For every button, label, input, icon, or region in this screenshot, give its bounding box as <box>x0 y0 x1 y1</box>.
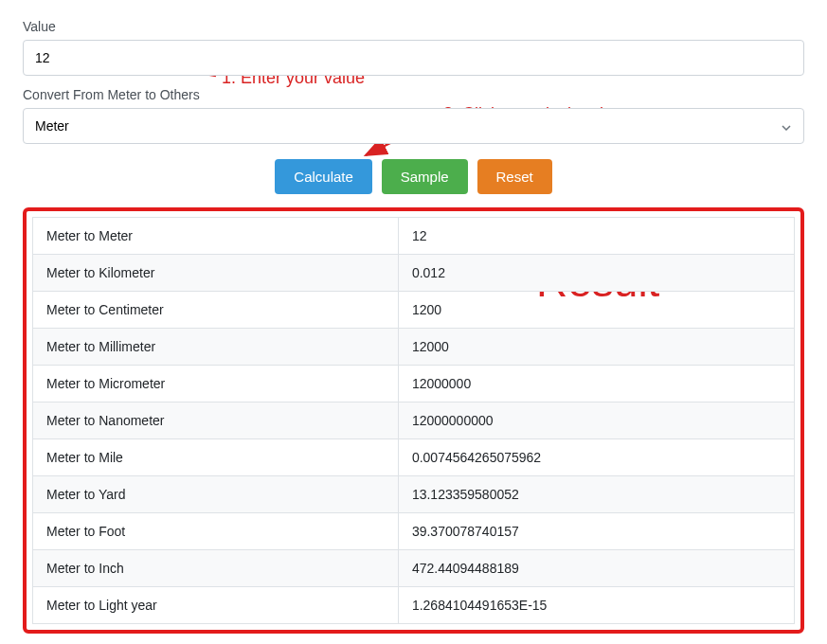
conversion-label: Meter to Meter <box>33 218 399 255</box>
table-row: Meter to Micrometer12000000 <box>33 366 795 402</box>
conversion-value: 13.123359580052 <box>398 476 794 513</box>
value-group: Value <box>23 19 804 76</box>
table-row: Meter to Foot39.370078740157 <box>33 513 795 550</box>
table-row: Meter to Yard13.123359580052 <box>33 476 795 513</box>
conversion-label: Meter to Centimeter <box>33 292 399 329</box>
conversion-label: Meter to Millimeter <box>33 329 399 366</box>
conversion-label: Meter to Foot <box>33 513 399 550</box>
conversion-label: Meter to Light year <box>33 587 399 624</box>
conversion-value: 12000 <box>398 329 794 366</box>
conversion-value: 12000000 <box>398 366 794 402</box>
convert-from-group: Convert From Meter to Others Meter <box>23 87 804 144</box>
conversion-value: 1200 <box>398 292 794 329</box>
result-box: Meter to Meter12Meter to Kilometer0.012M… <box>23 207 804 634</box>
table-row: Meter to Kilometer0.012 <box>33 255 795 292</box>
unit-select[interactable]: Meter <box>23 108 804 144</box>
table-row: Meter to Millimeter12000 <box>33 329 795 366</box>
table-row: Meter to Mile0.0074564265075962 <box>33 439 795 476</box>
table-row: Meter to Nanometer12000000000 <box>33 402 795 439</box>
sample-button[interactable]: Sample <box>382 159 468 194</box>
conversion-label: Meter to Yard <box>33 476 399 513</box>
conversion-label: Meter to Micrometer <box>33 366 399 402</box>
conversion-value: 472.44094488189 <box>398 550 794 587</box>
conversion-label: Meter to Kilometer <box>33 255 399 292</box>
convert-from-label: Convert From Meter to Others <box>23 87 804 102</box>
value-input[interactable] <box>23 40 804 76</box>
table-row: Meter to Centimeter1200 <box>33 292 795 329</box>
calculate-button[interactable]: Calculate <box>275 159 372 194</box>
conversion-value: 0.0074564265075962 <box>398 439 794 476</box>
conversion-value: 12000000000 <box>398 402 794 439</box>
conversion-label: Meter to Nanometer <box>33 402 399 439</box>
result-table: Meter to Meter12Meter to Kilometer0.012M… <box>32 217 795 624</box>
button-row: Calculate Sample Reset <box>23 159 804 194</box>
conversion-value: 0.012 <box>398 255 794 292</box>
conversion-value: 12 <box>398 218 794 255</box>
table-row: Meter to Inch472.44094488189 <box>33 550 795 587</box>
conversion-value: 39.370078740157 <box>398 513 794 550</box>
conversion-value: 1.2684104491653E-15 <box>398 587 794 624</box>
conversion-label: Meter to Inch <box>33 550 399 587</box>
value-label: Value <box>23 19 804 34</box>
conversion-label: Meter to Mile <box>33 439 399 476</box>
table-row: Meter to Meter12 <box>33 218 795 255</box>
table-row: Meter to Light year1.2684104491653E-15 <box>33 587 795 624</box>
reset-button[interactable]: Reset <box>477 159 552 194</box>
